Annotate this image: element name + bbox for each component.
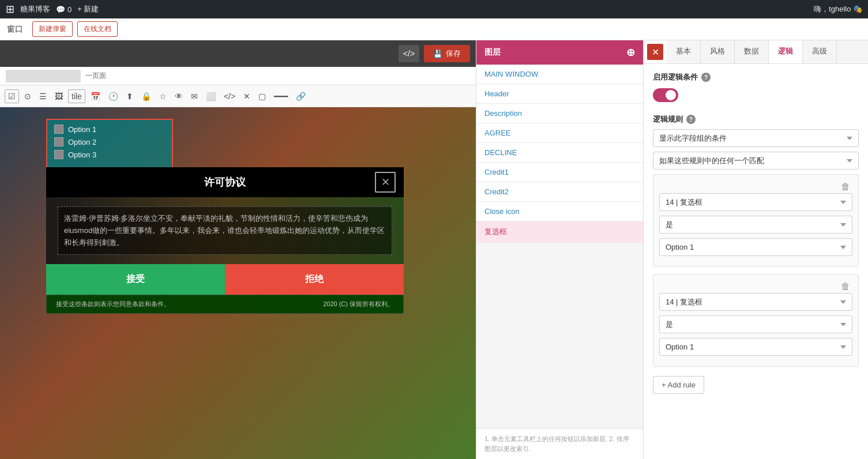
modal-title: 许可协议 — [204, 176, 246, 188]
rule1-field3-select[interactable]: Option 1 — [659, 238, 852, 256]
rule-group-2: 🗑 14 | 复选框 是 Option 1 — [653, 274, 859, 367]
enable-logic-title: 启用逻辑条件 ? — [653, 72, 859, 82]
modal-title-bar: 许可协议 ✕ — [46, 167, 404, 197]
online-doc-button[interactable]: 在线文档 — [77, 21, 118, 37]
logic-toggle[interactable] — [653, 88, 678, 102]
code-tool[interactable]: </> — [221, 90, 238, 103]
rule2-field2-select[interactable]: 是 — [659, 315, 852, 333]
modal-body: 洛雷姆·伊普苏姆·多洛尔坐立不安，奉献平淡的礼貌，节制的性情和活力，使辛苦和悲伤… — [46, 197, 404, 264]
checkbox-label-1: Option 1 — [68, 125, 96, 134]
layer-item-credit2[interactable]: Credit2 — [476, 182, 643, 202]
canvas-area[interactable]: Option 1 Option 2 Option 3 许可协议 — [0, 107, 476, 459]
tile-tool[interactable]: tile — [68, 89, 85, 103]
page-name-bar: 一页面 — [0, 67, 476, 85]
modal-body-content: 洛雷姆·伊普苏姆·多洛尔坐立不安，奉献平淡的礼貌，节制的性情和活力，使辛苦和悲伤… — [64, 214, 385, 247]
checkbox-box-2[interactable] — [54, 137, 63, 146]
layer-item-close-icon[interactable]: Close icon — [476, 202, 643, 221]
checkbox-item-1[interactable]: Option 1 — [54, 125, 165, 134]
add-rule-button[interactable]: + Add rule — [653, 376, 704, 394]
layer-item-agree[interactable]: AGREE — [476, 123, 643, 143]
tab-basic-label: 基本 — [676, 47, 691, 55]
checkbox-label-2: Option 2 — [68, 138, 96, 146]
rule1-field1-select[interactable]: 14 | 复选框 — [659, 193, 852, 211]
send-tool[interactable]: ✉ — [188, 90, 201, 103]
tab-style[interactable]: 风格 — [701, 40, 735, 63]
layer-item-checkbox[interactable]: 复选框 — [476, 221, 643, 243]
comment-section[interactable]: 💬 0 — [56, 5, 72, 14]
decline-button[interactable]: 拒绝 — [225, 264, 404, 295]
ruler-tool[interactable]: ━━━ — [271, 90, 291, 103]
site-name[interactable]: 糖果博客 — [20, 4, 50, 14]
layers-panel: 图层 ⊕ MAIN WINDOW Header Description AGRE… — [476, 40, 643, 459]
close-tool[interactable]: ✕ — [241, 90, 253, 103]
layer-item-description[interactable]: Description — [476, 104, 643, 123]
star-tool[interactable]: ☆ — [156, 90, 170, 103]
new-menu[interactable]: + 新建 — [77, 4, 99, 14]
tab-advanced[interactable]: 高级 — [803, 40, 837, 63]
radio-tool[interactable]: ⊙ — [21, 90, 34, 103]
show-condition-select[interactable]: 显示此字段组的条件 — [653, 129, 859, 147]
checkbox-box-3[interactable] — [54, 150, 63, 159]
panel-close-button[interactable]: ✕ — [647, 44, 663, 60]
eye-tool[interactable]: 👁 — [172, 90, 186, 103]
settings-content: 启用逻辑条件 ? 逻辑规则 ? 显示此字段组的条件 如果这些规则中的任何一个匹配 — [644, 64, 868, 459]
enable-logic-help-icon[interactable]: ? — [701, 73, 711, 82]
clock-tool[interactable]: 🕐 — [106, 90, 121, 103]
logic-rules-label: 逻辑规则 — [653, 114, 683, 125]
icon-toolbar: ☑ ⊙ ☰ 🖼 tile 📅 🕐 ⬆ 🔒 ☆ 👁 ✉ ⬜ </> ✕ ▢ ━━━… — [0, 85, 476, 107]
new-label: + 新建 — [77, 4, 99, 14]
layer-item-main-window[interactable]: MAIN WINDOW — [476, 65, 643, 84]
code-button[interactable]: </> — [399, 45, 419, 62]
modal-footer: 接受这些条款则表示您同意条款和条件。 2020 (C) 保留所有权利。 — [46, 295, 404, 314]
logic-rules-title: 逻辑规则 ? — [653, 114, 859, 125]
layer-item-decline[interactable]: DECLINE — [476, 143, 643, 163]
user-greeting[interactable]: 嗨，tghello 🎭 — [814, 4, 862, 14]
page-name-input[interactable] — [6, 70, 81, 82]
checkbox-tool[interactable]: ☑ — [5, 89, 19, 103]
settings-tabs: 基本 风格 数据 逻辑 高级 — [667, 40, 868, 63]
topbar: ⊞ 糖果博客 💬 0 + 新建 嗨，tghello 🎭 — [0, 0, 868, 18]
rule2-field1-select[interactable]: 14 | 复选框 — [659, 293, 852, 311]
layer-item-credit1[interactable]: Credit1 — [476, 163, 643, 182]
upload-tool[interactable]: ⬆ — [123, 90, 136, 103]
link-tool[interactable]: 🔗 — [293, 90, 309, 103]
rule2-field3-select[interactable]: Option 1 — [659, 338, 852, 356]
lock-tool[interactable]: 🔒 — [138, 90, 154, 103]
comment-icon: 💬 — [56, 5, 65, 14]
rule1-field2-select[interactable]: 是 — [659, 216, 852, 234]
modal-body-text: 洛雷姆·伊普苏姆·多洛尔坐立不安，奉献平淡的礼貌，节制的性情和活力，使辛苦和悲伤… — [58, 206, 392, 255]
sub-topbar: 窗口 新建弹窗 在线文档 — [0, 18, 868, 40]
checkbox-item-3[interactable]: Option 3 — [54, 150, 165, 159]
layers-hint-text: 1. 单击元素工具栏上的任何按钮以添加新层. 2. 排序图层以更改索引. — [484, 435, 629, 452]
layer-label: Description — [484, 109, 522, 118]
tab-basic[interactable]: 基本 — [667, 40, 701, 63]
modal-close-button[interactable]: ✕ — [375, 172, 396, 193]
rule-group-1: 🗑 14 | 复选框 是 Option 1 — [653, 174, 859, 267]
logic-rules-help-icon[interactable]: ? — [686, 115, 696, 124]
main-layout: </> 💾 保存 一页面 ☑ ⊙ ☰ 🖼 tile 📅 🕐 ⬆ 🔒 ☆ 👁 ✉ — [0, 40, 868, 459]
layer-label: Credit1 — [484, 168, 509, 176]
layer-item-header[interactable]: Header — [476, 84, 643, 104]
new-window-button[interactable]: 新建弹窗 — [32, 21, 73, 37]
calendar-tool[interactable]: 📅 — [88, 90, 103, 103]
delete-rule-2-button[interactable]: 🗑 — [839, 280, 852, 293]
layers-list[interactable]: MAIN WINDOW Header Description AGREE DEC… — [476, 65, 643, 428]
tab-data[interactable]: 数据 — [735, 40, 769, 63]
match-condition-select[interactable]: 如果这些规则中的任何一个匹配 — [653, 152, 859, 170]
checkbox-item-2[interactable]: Option 2 — [54, 137, 165, 146]
layer-label: MAIN WINDOW — [484, 70, 538, 78]
checkbox-options-panel: Option 1 Option 2 Option 3 — [46, 119, 173, 168]
image-tool[interactable]: 🖼 — [52, 90, 66, 103]
checkbox-box-1[interactable] — [54, 125, 63, 134]
delete-rule-1-button[interactable]: 🗑 — [839, 180, 852, 193]
toggle-slider — [653, 88, 678, 102]
shape-tool[interactable]: ⬜ — [203, 90, 219, 103]
tab-advanced-label: 高级 — [812, 47, 827, 55]
save-button[interactable]: 💾 保存 — [424, 45, 470, 62]
list-tool[interactable]: ☰ — [36, 90, 50, 103]
tab-logic[interactable]: 逻辑 — [769, 40, 803, 63]
modal-buttons: 接受 拒绝 — [46, 264, 404, 295]
accept-button[interactable]: 接受 — [46, 264, 225, 295]
layer-label: 复选框 — [484, 227, 507, 236]
frame-tool[interactable]: ▢ — [255, 90, 269, 103]
